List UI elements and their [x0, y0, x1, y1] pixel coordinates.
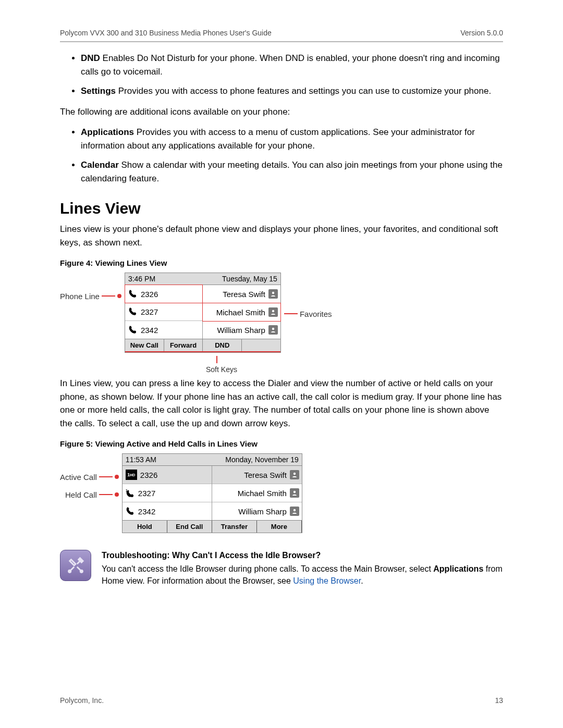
figure-4-left-labels: Phone Line — [60, 273, 125, 305]
doc-version: Version 5.0.0 — [460, 29, 503, 37]
doc-title: Polycom VVX 300 and 310 Business Media P… — [60, 29, 272, 37]
list-item: Applications Provides you with access to… — [81, 126, 503, 152]
footer-page: 13 — [495, 696, 503, 705]
favorite-name: Michael Smith — [238, 489, 287, 498]
label-active-call: Active Call — [60, 473, 97, 482]
footer-org: Polycom, Inc. — [60, 696, 104, 705]
softkey: Transfer — [212, 521, 257, 533]
note-body: You can't access the Idle Browser during… — [102, 563, 503, 587]
connector-dot — [115, 475, 119, 479]
softkey — [242, 339, 280, 351]
line-ext: 2342 — [141, 326, 158, 335]
favorite-name: Michael Smith — [216, 308, 265, 317]
additional-bullet-list: Applications Provides you with access to… — [60, 126, 503, 185]
note-body-bold: Applications — [433, 564, 483, 573]
phone-status-bar: 11:53 AM Monday, November 19 — [123, 454, 302, 466]
favorite-name: Teresa Swift — [244, 471, 287, 479]
hd-active-icon: 1HD — [126, 470, 137, 480]
phone-screen-2: 11:53 AM Monday, November 19 1HD 2326 1 … — [122, 453, 302, 533]
softkey: More — [257, 521, 302, 533]
status-date: Tuesday, May 15 — [222, 275, 277, 283]
svg-point-6 — [293, 509, 296, 511]
term: Applications — [81, 127, 134, 137]
phone-line-row: 2342 — [125, 321, 202, 339]
softkey: Hold — [123, 521, 167, 533]
header-rule — [60, 41, 503, 42]
label-held-call: Held Call — [65, 490, 97, 499]
softkey-bar: Hold End Call Transfer More — [123, 520, 302, 533]
call-row-held: 1 2327 — [123, 484, 212, 502]
svg-point-1 — [272, 310, 274, 312]
connector-line-vertical — [216, 356, 217, 363]
handset-icon — [128, 289, 138, 299]
svg-point-5 — [293, 491, 296, 493]
tools-icon — [60, 550, 91, 581]
list-item: Calendar Show a calendar with your meeti… — [81, 158, 503, 185]
svg-point-0 — [272, 292, 274, 294]
softkey: DND — [203, 339, 242, 351]
figure-5: Active Call Held Call 11:53 AM Monday, N… — [60, 453, 503, 533]
svg-point-8 — [80, 570, 82, 572]
desc: Provides you with access to phone featur… — [116, 86, 491, 96]
favorite-row: Michael Smith — [203, 303, 280, 321]
list-item: Settings Provides you with access to pho… — [81, 84, 503, 98]
held-handset-icon: 1 — [126, 488, 135, 498]
softkey: End Call — [167, 521, 212, 533]
connector-line — [102, 295, 115, 297]
phone-status-bar: 3:46 PM Tuesday, May 15 — [125, 273, 280, 285]
handset-icon — [126, 507, 135, 516]
mid-paragraph: The following are additional icons avail… — [60, 105, 503, 119]
favorite-row: Michael Smith — [212, 484, 302, 502]
connector-line — [99, 476, 113, 477]
person-icon — [290, 470, 299, 479]
person-icon — [290, 488, 299, 498]
person-icon — [268, 307, 278, 317]
connector-line — [99, 494, 113, 495]
term: Settings — [81, 86, 116, 96]
person-icon — [290, 507, 299, 516]
favorite-name: William Sharp — [238, 507, 287, 516]
term: DND — [81, 53, 100, 63]
note-title: Troubleshooting: Why Can't I Access the … — [102, 550, 503, 561]
handset-icon — [128, 325, 138, 335]
intro-bullet-list: DND Enables Do Not Disturb for your phon… — [60, 52, 503, 98]
connector-dot — [115, 492, 119, 497]
favorite-name: William Sharp — [217, 326, 265, 335]
svg-point-2 — [272, 328, 274, 330]
figure-4-right-labels: Favorites — [281, 273, 336, 323]
connector-line — [284, 313, 298, 314]
page-header: Polycom VVX 300 and 310 Business Media P… — [60, 29, 503, 41]
call-row-active: 1HD 2326 — [123, 466, 212, 484]
note-body-pre: You can't access the Idle Browser during… — [102, 564, 433, 573]
figure-4: Phone Line 3:46 PM Tuesday, May 15 — [60, 273, 503, 353]
label-soft-keys: Soft Keys — [206, 365, 503, 374]
desc: Show a calendar with your meeting detail… — [81, 160, 503, 183]
figure-5-left-labels: Active Call Held Call — [60, 453, 122, 503]
favorite-row: Teresa Swift — [212, 466, 302, 484]
favorite-row: Teresa Swift — [203, 285, 280, 303]
desc: Enables Do Not Disturb for your phone. W… — [81, 53, 500, 77]
line-ext: 2326 — [141, 290, 158, 299]
list-item: DND Enables Do Not Disturb for your phon… — [81, 52, 503, 78]
troubleshooting-note: Troubleshooting: Why Can't I Access the … — [60, 550, 503, 587]
phone-line-row: 2327 — [125, 303, 202, 321]
status-time: 11:53 AM — [126, 455, 156, 464]
phone-line-row: 2342 — [123, 502, 212, 520]
section-heading: Lines View — [60, 200, 503, 217]
phone-line-row: 2326 — [125, 285, 202, 303]
person-icon — [268, 325, 278, 335]
status-time: 3:46 PM — [128, 275, 155, 283]
line-ext: 2326 — [140, 471, 157, 479]
favorite-row: William Sharp — [212, 502, 302, 520]
paragraph-2: In Lines view, you can press a line key … — [60, 377, 503, 430]
using-browser-link[interactable]: Using the Browser — [293, 576, 361, 585]
status-date: Monday, November 19 — [225, 455, 299, 464]
page-footer: Polycom, Inc. 13 — [60, 696, 503, 705]
softkey: New Call — [125, 339, 164, 351]
line-ext: 2327 — [141, 307, 158, 316]
section-paragraph: Lines view is your phone's default phone… — [60, 223, 503, 249]
line-ext: 2327 — [138, 489, 155, 498]
svg-point-7 — [69, 570, 71, 572]
line-ext: 2342 — [138, 507, 155, 516]
handset-icon — [128, 307, 138, 316]
